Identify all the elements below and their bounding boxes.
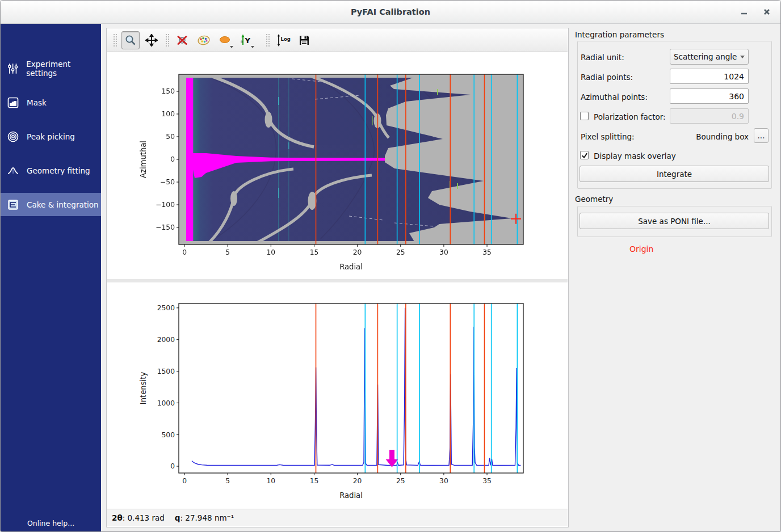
- orange-ellipse-icon: [219, 35, 231, 45]
- two-theta-value: : 0.413 rad: [123, 513, 165, 522]
- title-bar[interactable]: PyFAI Calibration: [1, 1, 780, 24]
- svg-text:0: 0: [182, 248, 187, 256]
- q-label: q: [175, 513, 180, 522]
- log-axis-icon: Log: [276, 33, 291, 47]
- mask-tool-button[interactable]: [216, 31, 234, 49]
- sidebar-item-cake-integration[interactable]: Cake & integration: [1, 193, 101, 216]
- pixel-splitting-label: Pixel splitting:: [581, 132, 635, 141]
- check-icon: [581, 152, 588, 159]
- pixel-splitting-value: Bounding box: [670, 132, 749, 141]
- polarization-factor-field: [670, 108, 749, 124]
- svg-text:1000: 1000: [157, 399, 175, 407]
- geometry-title: Geometry: [575, 195, 613, 204]
- svg-text:Intensity: Intensity: [139, 372, 148, 405]
- sidebar-item-label: Peak picking: [27, 132, 75, 141]
- sidebar-item-peak-picking[interactable]: Peak picking: [1, 125, 101, 148]
- save-poni-button[interactable]: Save as PONI file...: [580, 213, 769, 229]
- sliders-icon: [7, 62, 19, 75]
- radial-unit-select[interactable]: Scattering angle :: [670, 49, 749, 65]
- palette-icon: [197, 34, 211, 47]
- mask-image-icon: [7, 96, 19, 109]
- minimize-button[interactable]: [737, 5, 751, 19]
- sidebar-item-experiment-settings[interactable]: Experiment settings: [1, 57, 101, 80]
- svg-text:150: 150: [162, 87, 175, 95]
- radial-unit-label: Radial unit:: [581, 53, 624, 62]
- close-icon: [763, 9, 770, 15]
- svg-text:35: 35: [482, 248, 492, 256]
- polarization-checkbox[interactable]: [580, 112, 589, 120]
- peak-curve-icon: [7, 164, 19, 177]
- svg-text:2000: 2000: [157, 336, 175, 344]
- dropdown-caret-icon: [251, 46, 254, 48]
- svg-text:15: 15: [310, 477, 319, 485]
- toolbar-grip-handle: [165, 33, 169, 47]
- sidebar-item-geometry-fitting[interactable]: Geometry fitting: [1, 159, 101, 182]
- svg-text:25: 25: [396, 477, 405, 485]
- sidebar-item-label: Mask: [27, 98, 47, 107]
- toolbar-grip-handle: [113, 33, 117, 47]
- svg-text:5: 5: [225, 477, 230, 485]
- save-plot-button[interactable]: [295, 31, 313, 49]
- azimuthal-points-field[interactable]: [670, 88, 749, 104]
- plot-splitter-handle[interactable]: [107, 279, 568, 282]
- sidebar-item-label: Experiment settings: [26, 60, 101, 78]
- svg-text:0: 0: [170, 462, 175, 470]
- integration-plot-canvas[interactable]: 0510152025303505001000150020002500Radial…: [131, 292, 569, 513]
- autoscale-y-button[interactable]: a Y: [237, 31, 255, 49]
- svg-text:20: 20: [353, 477, 362, 485]
- svg-text:Azimuthal: Azimuthal: [139, 141, 148, 178]
- svg-text:2500: 2500: [157, 304, 175, 312]
- cake-plot-canvas[interactable]: 05101520253035−150−100−50050100150Radial…: [131, 62, 569, 279]
- close-button[interactable]: [760, 5, 774, 19]
- pan-mode-button[interactable]: [142, 31, 161, 49]
- svg-text:100: 100: [162, 110, 175, 118]
- online-help-link[interactable]: Online help...: [1, 519, 101, 527]
- radial-points-field[interactable]: [670, 69, 749, 84]
- azimuthal-points-label: Azimuthal points:: [581, 92, 648, 102]
- floppy-icon: [298, 34, 310, 47]
- svg-text:5: 5: [225, 248, 230, 256]
- svg-text:Y: Y: [245, 36, 251, 45]
- svg-text:Log: Log: [281, 36, 291, 42]
- y-autoscale-icon: a Y: [239, 33, 253, 47]
- window-title: PyFAI Calibration: [1, 1, 780, 23]
- radial-unit-selected-value: Scattering angle :: [674, 52, 738, 61]
- sidebar: Experiment settings Mask Peak picking: [1, 24, 101, 531]
- svg-text:Radial: Radial: [339, 491, 363, 500]
- svg-text:15: 15: [310, 248, 319, 256]
- cake-list-icon: [7, 199, 19, 211]
- toolbar-grip-handle: [266, 33, 270, 47]
- svg-text:Radial: Radial: [339, 263, 363, 271]
- plot-panel: a Y Log: [106, 28, 569, 527]
- svg-text:10: 10: [267, 477, 276, 485]
- pixel-splitting-options-button[interactable]: ...: [754, 128, 769, 143]
- integrate-button[interactable]: Integrate: [580, 166, 769, 182]
- chevron-down-icon: [740, 56, 745, 58]
- svg-text:25: 25: [396, 248, 405, 256]
- svg-text:30: 30: [439, 248, 448, 256]
- integration-parameters-title: Integration parameters: [575, 30, 664, 39]
- sidebar-item-mask[interactable]: Mask: [1, 91, 101, 114]
- svg-text:1500: 1500: [157, 368, 175, 375]
- svg-text:−50: −50: [160, 178, 175, 186]
- svg-text:30: 30: [439, 477, 448, 485]
- red-cross-icon: [177, 34, 189, 47]
- zoom-mode-button[interactable]: [121, 31, 140, 49]
- svg-text:50: 50: [166, 133, 175, 141]
- sidebar-item-label: Cake & integration: [27, 200, 99, 209]
- svg-text:35: 35: [482, 477, 492, 485]
- sidebar-item-label: Geometry fitting: [27, 166, 90, 175]
- plot-toolbar: a Y Log: [107, 29, 568, 52]
- concentric-rings-icon: [7, 130, 19, 143]
- reset-zoom-button[interactable]: [174, 31, 192, 49]
- q-value: : 27.948 nm⁻¹: [180, 513, 234, 522]
- radial-points-label: Radial points:: [581, 73, 633, 82]
- display-mask-checkbox[interactable]: [580, 151, 589, 159]
- svg-text:0: 0: [182, 477, 187, 485]
- colormap-button[interactable]: [195, 31, 213, 49]
- svg-text:500: 500: [162, 431, 175, 439]
- log-scale-button[interactable]: Log: [274, 31, 292, 49]
- svg-text:20: 20: [353, 248, 362, 256]
- application-window: PyFAI Calibration Experiment settings Ma…: [0, 0, 781, 532]
- coordinate-status-bar: 2θ : 0.413 rad q : 27.948 nm⁻¹: [107, 509, 568, 526]
